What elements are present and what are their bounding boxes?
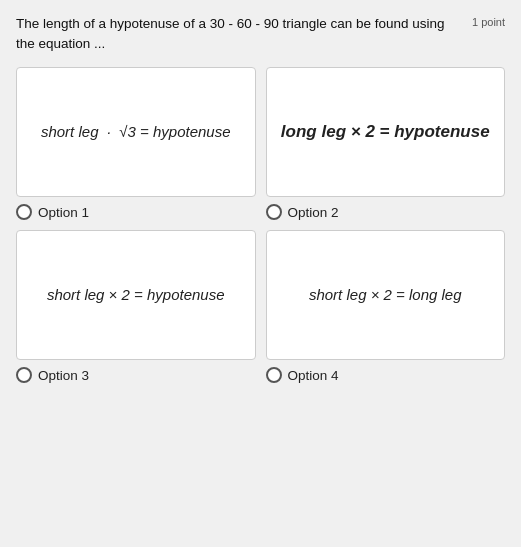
option-box-3[interactable]: short leg × 2 = hypotenuse <box>16 230 256 360</box>
option-label-text-4: Option 4 <box>288 368 339 383</box>
option-formula-4: short leg × 2 = long leg <box>309 284 462 307</box>
radio-2[interactable] <box>266 204 282 220</box>
radio-4[interactable] <box>266 367 282 383</box>
option-label-row-3[interactable]: Option 3 <box>16 367 89 383</box>
option-label-text-3: Option 3 <box>38 368 89 383</box>
option-label-text-1: Option 1 <box>38 205 89 220</box>
radio-1[interactable] <box>16 204 32 220</box>
option-formula-3: short leg × 2 = hypotenuse <box>47 284 225 307</box>
options-grid: short leg · √3 = hypotenuse Option 1 lon… <box>16 67 505 383</box>
question-text: The length of a hypotenuse of a 30 - 60 … <box>16 14 464 53</box>
option-box-2[interactable]: long leg × 2 = hypotenuse <box>266 67 506 197</box>
option-cell-3: short leg × 2 = hypotenuse Option 3 <box>16 230 256 383</box>
option-label-text-2: Option 2 <box>288 205 339 220</box>
option-formula-2: long leg × 2 = hypotenuse <box>281 119 490 145</box>
option-cell-4: short leg × 2 = long leg Option 4 <box>266 230 506 383</box>
option-label-row-1[interactable]: Option 1 <box>16 204 89 220</box>
option-label-row-4[interactable]: Option 4 <box>266 367 339 383</box>
option-box-4[interactable]: short leg × 2 = long leg <box>266 230 506 360</box>
points-badge: 1 point <box>472 16 505 28</box>
option-formula-1: short leg · √3 = hypotenuse <box>41 121 231 144</box>
question-header: The length of a hypotenuse of a 30 - 60 … <box>16 14 505 53</box>
option-cell-1: short leg · √3 = hypotenuse Option 1 <box>16 67 256 220</box>
radio-3[interactable] <box>16 367 32 383</box>
option-label-row-2[interactable]: Option 2 <box>266 204 339 220</box>
option-cell-2: long leg × 2 = hypotenuse Option 2 <box>266 67 506 220</box>
option-box-1[interactable]: short leg · √3 = hypotenuse <box>16 67 256 197</box>
